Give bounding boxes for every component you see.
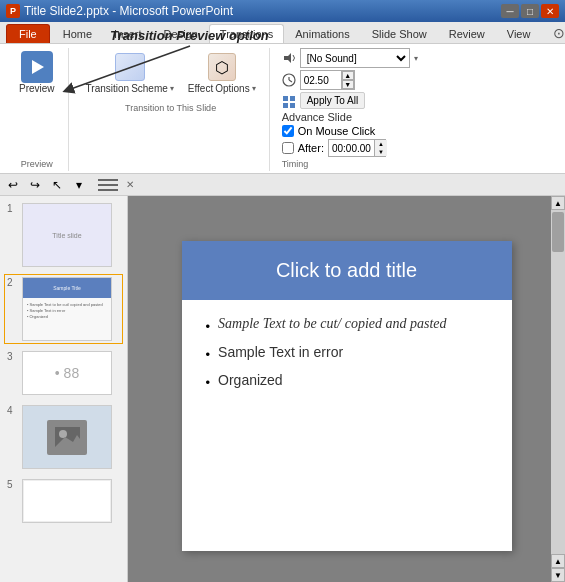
duration-down-button[interactable]: ▼	[342, 80, 354, 89]
slide-thumbnail-4[interactable]: 4	[4, 402, 123, 472]
svg-rect-6	[283, 96, 288, 101]
ribbon-content: Preview Preview Transition Scheme ▾	[0, 44, 565, 174]
slide-viewport[interactable]: Click to add title • Sample Text to be c…	[128, 196, 565, 582]
slide1-title: Title slide	[52, 232, 81, 239]
tab-design[interactable]: Design	[153, 24, 209, 43]
vertical-scrollbar: ▲ ▲ ▼ ▼	[551, 196, 565, 582]
timing-controls: [No Sound] ▾ 02.50 ▲ ▼ Apply To All	[282, 48, 418, 109]
transition-scheme-button[interactable]: Transition Scheme ▾	[81, 48, 179, 97]
slide-img-2: Sample Title • Sample Text to be cut/ co…	[22, 277, 112, 341]
scroll-page-down-button[interactable]: ▼	[551, 568, 565, 582]
scroll-thumb[interactable]	[552, 212, 564, 252]
ribbon-group-transition: Transition Scheme ▾ ⬡ Effect Options ▾	[73, 48, 270, 171]
preview-group-label: Preview	[21, 157, 53, 169]
title-bar-left: P Title Slide2.pptx - Microsoft PowerPoi…	[6, 4, 233, 18]
slide-content-box[interactable]: • Sample Text to be cut/ copied and past…	[182, 300, 512, 416]
tab-review[interactable]: Review	[438, 24, 496, 43]
minimize-button[interactable]: ─	[501, 4, 519, 18]
quick-access-dropdown[interactable]: ▾	[70, 176, 88, 194]
slide-img-5	[22, 479, 112, 523]
slide5-preview	[23, 480, 111, 522]
play-icon	[27, 57, 47, 77]
svg-point-11	[59, 430, 67, 438]
slide-thumbnail-2[interactable]: 2 Sample Title • Sample Text to be cut/ …	[4, 274, 123, 344]
transition-icon-shape	[115, 53, 145, 81]
slide-num-4: 4	[7, 405, 19, 416]
ribbon-group-preview: Preview Preview	[6, 48, 69, 171]
slide-thumbnail-1[interactable]: 1 Title slide	[4, 200, 123, 270]
slide-title-box[interactable]: Click to add title	[182, 241, 512, 300]
bullet-dot-1: •	[206, 319, 211, 334]
tab-insert[interactable]: Insert	[103, 24, 153, 43]
preview-icon	[21, 51, 53, 83]
pointer-button[interactable]: ↖	[48, 176, 66, 194]
duration-value: 02.50	[301, 75, 341, 86]
slide-img-4	[22, 405, 112, 469]
slide-thumbnail-5[interactable]: 5	[4, 476, 123, 526]
on-mouse-click-checkbox[interactable]	[282, 125, 294, 137]
after-label: After:	[298, 142, 324, 154]
effect-options-dropdown[interactable]: ▾	[252, 84, 256, 93]
tab-transitions[interactable]: Transitions	[209, 24, 284, 43]
after-up-button[interactable]: ▲	[375, 140, 387, 148]
slide-thumbnail-3[interactable]: 3 • 88	[4, 348, 123, 398]
duration-up-button[interactable]: ▲	[342, 71, 354, 80]
close-panel-button[interactable]: ✕	[126, 179, 134, 190]
preview-icon-shape	[21, 51, 53, 83]
window-title: Title Slide2.pptx - Microsoft PowerPoint	[24, 4, 233, 18]
slide4-image	[47, 420, 87, 455]
timing-group-label: Timing	[282, 157, 309, 169]
transition-scheme-dropdown[interactable]: ▾	[170, 84, 174, 93]
apply-all-row: Apply To All	[282, 92, 418, 109]
maximize-button[interactable]: □	[521, 4, 539, 18]
slide2-title-mini: Sample Title	[53, 285, 81, 291]
slide-bullet-text-2: Sample Text in error	[218, 344, 343, 360]
slide-bullet-2: • Sample Text in error	[206, 344, 488, 362]
effect-options-button[interactable]: ⬡ Effect Options ▾	[183, 48, 261, 97]
apply-all-button[interactable]: Apply To All	[300, 92, 366, 109]
after-down-button[interactable]: ▼	[375, 148, 387, 156]
close-button[interactable]: ✕	[541, 4, 559, 18]
sound-row: [No Sound] ▾	[282, 48, 418, 68]
after-row: After: 00:00.00 ▲ ▼	[282, 139, 386, 157]
slide-bullet-text-3: Organized	[218, 372, 283, 388]
tab-animations[interactable]: Animations	[284, 24, 360, 43]
advance-slide-label: Advance Slide	[282, 111, 386, 123]
image-icon	[55, 427, 80, 447]
slide1-preview: Title slide	[23, 204, 111, 266]
tab-home[interactable]: Home	[52, 24, 103, 43]
transition-scheme-label2: Scheme	[131, 83, 168, 94]
slide-view: Click to add title • Sample Text to be c…	[128, 196, 565, 582]
on-mouse-click-row: On Mouse Click	[282, 125, 386, 137]
scroll-up-button[interactable]: ▲	[551, 196, 565, 210]
transition-group-label: Transition to This Slide	[125, 101, 216, 113]
transition-scheme-icon	[114, 51, 146, 83]
undo-button[interactable]: ↩	[4, 176, 22, 194]
preview-button[interactable]: Preview	[14, 48, 60, 97]
help-icon[interactable]: ⊙	[553, 25, 565, 41]
tab-file[interactable]: File	[6, 24, 50, 43]
main-area: 1 Title slide 2 Sample Title • Sample Te…	[0, 196, 565, 582]
redo-button[interactable]: ↪	[26, 176, 44, 194]
slide3-preview: • 88	[23, 352, 111, 394]
scroll-page-up-button[interactable]: ▲	[551, 554, 565, 568]
title-bar-controls[interactable]: ─ □ ✕	[501, 4, 559, 18]
view-options-button[interactable]	[96, 177, 120, 193]
bullet-dot-2: •	[206, 347, 211, 362]
effect-options-label2: Options	[215, 83, 249, 94]
after-value: 00:00.00	[329, 143, 374, 154]
slide-img-3: • 88	[22, 351, 112, 395]
svg-line-5	[289, 80, 292, 82]
tab-view[interactable]: View	[496, 24, 542, 43]
svg-rect-7	[290, 96, 295, 101]
effect-icon-shape: ⬡	[208, 53, 236, 81]
slide-title-text: Click to add title	[200, 259, 494, 282]
after-checkbox[interactable]	[282, 142, 294, 154]
preview-label: Preview	[19, 83, 55, 94]
sound-select[interactable]: [No Sound]	[300, 48, 410, 68]
effect-options-icon: ⬡	[206, 51, 238, 83]
slide-img-1: Title slide	[22, 203, 112, 267]
tab-slideshow[interactable]: Slide Show	[361, 24, 438, 43]
effect-options-label: Effect	[188, 83, 213, 94]
slide-bullet-1: • Sample Text to be cut/ copied and past…	[206, 316, 488, 334]
